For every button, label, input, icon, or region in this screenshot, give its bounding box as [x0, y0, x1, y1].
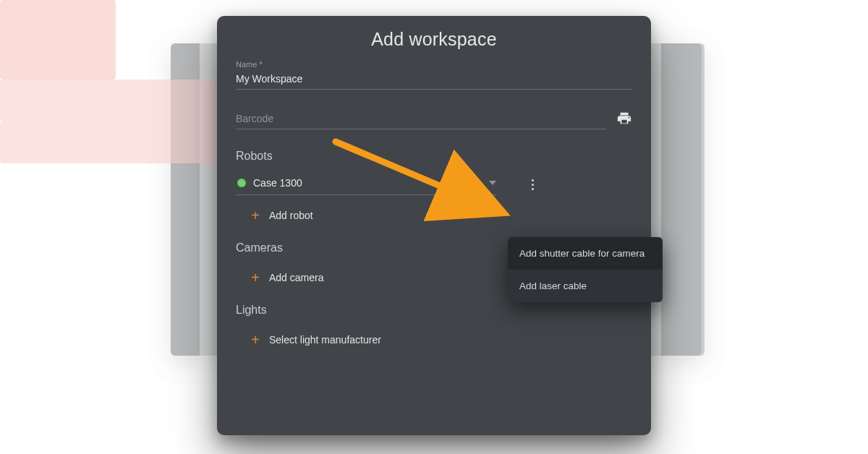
name-input[interactable]: [236, 70, 632, 90]
plus-icon: +: [250, 210, 260, 220]
menu-item-add-laser-cable[interactable]: Add laser cable: [508, 270, 663, 302]
background-app-sidebar-right: [661, 43, 705, 356]
select-light-manufacturer-button[interactable]: + Select light manufacturer: [236, 327, 632, 353]
plus-icon: +: [250, 335, 260, 345]
add-camera-label: Add camera: [269, 272, 323, 283]
name-label: Name *: [236, 60, 632, 69]
robot-selected-label: Case 1300: [253, 177, 477, 189]
add-workspace-modal: Add workspace Name * Robots Case 1300 + …: [217, 16, 651, 435]
modal-title: Add workspace: [236, 29, 632, 50]
robots-heading: Robots: [236, 150, 632, 163]
background-decor-left: [0, 80, 224, 121]
robot-context-menu: Add shutter cable for camera Add laser c…: [508, 237, 663, 302]
barcode-input[interactable]: [236, 110, 606, 129]
add-robot-label: Add robot: [269, 210, 313, 221]
select-light-label: Select light manufacturer: [269, 334, 381, 346]
menu-item-add-shutter-cable[interactable]: Add shutter cable for camera: [508, 237, 663, 270]
background-decor-center: [0, 0, 116, 80]
plus-icon: +: [250, 273, 260, 283]
lights-heading: Lights: [236, 304, 632, 317]
robot-select-row: Case 1300: [236, 173, 632, 195]
barcode-field: [236, 110, 632, 129]
robot-dropdown[interactable]: Case 1300: [236, 173, 496, 195]
add-robot-button[interactable]: + Add robot: [236, 202, 632, 228]
robot-more-button[interactable]: [522, 174, 542, 194]
print-icon[interactable]: [616, 111, 632, 127]
status-online-icon: [237, 179, 246, 187]
name-field: Name *: [236, 60, 632, 90]
background-decor-right: [0, 121, 224, 163]
chevron-down-icon: [489, 181, 496, 185]
